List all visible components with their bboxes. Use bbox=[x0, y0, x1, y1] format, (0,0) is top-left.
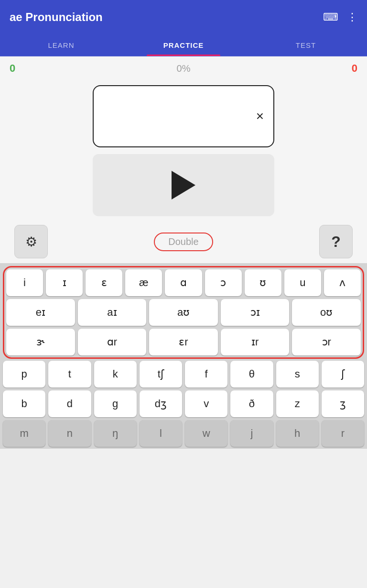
clear-button[interactable]: × bbox=[256, 109, 264, 124]
key-m[interactable]: m bbox=[3, 420, 45, 447]
key-t[interactable]: t bbox=[48, 361, 91, 388]
vowel-row-1: i ɪ ɛ æ ɑ ɔ ʊ u ʌ bbox=[6, 269, 361, 296]
tab-practice[interactable]: PRACTICE bbox=[122, 34, 245, 56]
key-alpha[interactable]: ɑ bbox=[165, 269, 202, 296]
key-wedge[interactable]: ʌ bbox=[324, 269, 361, 296]
key-b[interactable]: b bbox=[3, 390, 45, 417]
key-ar[interactable]: ɑr bbox=[78, 329, 147, 355]
consonant-section: p t k tʃ f θ s ʃ b d g dʒ v ð z ʒ m n ŋ … bbox=[2, 361, 365, 447]
key-air[interactable]: ɛr bbox=[149, 329, 218, 355]
key-dzh[interactable]: dʒ bbox=[140, 390, 182, 417]
key-r[interactable]: r bbox=[322, 420, 364, 447]
key-tsh[interactable]: tʃ bbox=[140, 361, 182, 388]
key-n[interactable]: n bbox=[48, 420, 91, 447]
key-k[interactable]: k bbox=[94, 361, 137, 388]
header-icons: ⌨ ⋮ bbox=[323, 11, 357, 23]
score-percent: 0% bbox=[177, 63, 191, 74]
key-z[interactable]: z bbox=[276, 390, 319, 417]
key-or[interactable]: ɔr bbox=[292, 329, 361, 355]
key-ir[interactable]: ɪr bbox=[221, 329, 290, 355]
key-ae[interactable]: æ bbox=[125, 269, 162, 296]
key-epsilon[interactable]: ɛ bbox=[86, 269, 122, 296]
settings-button[interactable]: ⚙ bbox=[14, 225, 48, 258]
vowel-row-2: eɪ aɪ aʊ ɔɪ oʊ bbox=[6, 299, 361, 326]
consonant-row-1: p t k tʃ f θ s ʃ bbox=[3, 361, 364, 388]
key-ai[interactable]: aɪ bbox=[78, 299, 147, 326]
double-label-container: Double bbox=[48, 233, 319, 251]
more-icon[interactable]: ⋮ bbox=[347, 11, 357, 23]
input-box[interactable]: × bbox=[93, 85, 274, 147]
key-sh[interactable]: ʃ bbox=[322, 361, 364, 388]
tab-bar: LEARN PRACTICE TEST bbox=[0, 34, 367, 56]
score-wrong: 0 bbox=[352, 62, 357, 75]
key-eng[interactable]: ŋ bbox=[94, 420, 137, 447]
bottom-row: m n ŋ l w j h r bbox=[3, 420, 364, 447]
help-icon: ? bbox=[331, 233, 341, 251]
main-content: × ⚙ Double ? bbox=[0, 80, 367, 263]
key-s[interactable]: s bbox=[276, 361, 319, 388]
keyboard-icon[interactable]: ⌨ bbox=[323, 11, 338, 23]
key-u[interactable]: u bbox=[284, 269, 321, 296]
key-eth[interactable]: ð bbox=[230, 390, 273, 417]
score-correct: 0 bbox=[10, 62, 15, 75]
score-bar: 0 0% 0 bbox=[0, 56, 367, 80]
vowel-section: i ɪ ɛ æ ɑ ɔ ʊ u ʌ eɪ aɪ aʊ ɔɪ oʊ ɝ ɑr ɛr… bbox=[3, 266, 364, 359]
key-i[interactable]: i bbox=[6, 269, 43, 296]
key-er-stressed[interactable]: ɝ bbox=[6, 329, 75, 355]
key-w[interactable]: w bbox=[185, 420, 227, 447]
app-title: ae Pronunciation bbox=[10, 11, 103, 24]
tab-test[interactable]: TEST bbox=[245, 34, 367, 56]
tab-learn[interactable]: LEARN bbox=[0, 34, 122, 56]
key-p[interactable]: p bbox=[3, 361, 45, 388]
keyboard: i ɪ ɛ æ ɑ ɔ ʊ u ʌ eɪ aɪ aʊ ɔɪ oʊ ɝ ɑr ɛr… bbox=[0, 263, 367, 449]
key-au[interactable]: aʊ bbox=[149, 299, 218, 326]
key-oi[interactable]: ɔɪ bbox=[221, 299, 290, 326]
help-button[interactable]: ? bbox=[319, 225, 353, 258]
gear-icon: ⚙ bbox=[25, 234, 37, 250]
key-j[interactable]: j bbox=[230, 420, 273, 447]
key-ou[interactable]: oʊ bbox=[292, 299, 361, 326]
key-zh[interactable]: ʒ bbox=[322, 390, 364, 417]
key-g[interactable]: g bbox=[94, 390, 137, 417]
key-d[interactable]: d bbox=[48, 390, 91, 417]
key-ei[interactable]: eɪ bbox=[6, 299, 75, 326]
play-triangle-icon bbox=[172, 171, 195, 200]
key-h[interactable]: h bbox=[276, 420, 319, 447]
key-upsilon[interactable]: ʊ bbox=[245, 269, 281, 296]
key-theta[interactable]: θ bbox=[230, 361, 273, 388]
key-small-i[interactable]: ɪ bbox=[46, 269, 83, 296]
app-header: ae Pronunciation ⌨ ⋮ bbox=[0, 0, 367, 34]
double-button[interactable]: Double bbox=[154, 233, 213, 251]
key-v[interactable]: v bbox=[185, 390, 227, 417]
vowel-row-3: ɝ ɑr ɛr ɪr ɔr bbox=[6, 329, 361, 355]
key-open-o[interactable]: ɔ bbox=[205, 269, 242, 296]
consonant-row-2: b d g dʒ v ð z ʒ bbox=[3, 390, 364, 417]
play-button[interactable] bbox=[93, 154, 274, 216]
key-l[interactable]: l bbox=[140, 420, 182, 447]
settings-row: ⚙ Double ? bbox=[10, 225, 357, 258]
key-f[interactable]: f bbox=[185, 361, 227, 388]
